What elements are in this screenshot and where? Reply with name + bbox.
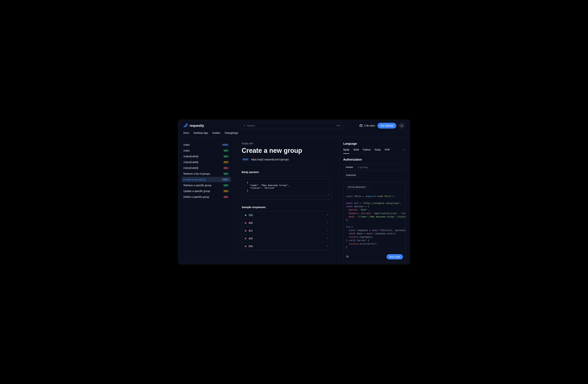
auth-header-label: Header [343, 164, 356, 170]
chevron-right-icon [326, 237, 329, 240]
svg-point-2 [401, 125, 402, 126]
response-row[interactable]: 400 [242, 219, 332, 227]
search-box[interactable]: ⌘ K [240, 122, 343, 129]
nav-docs[interactable]: Docs [183, 132, 189, 134]
get-started-button[interactable]: Get Started [378, 123, 396, 129]
status-dot-icon [245, 238, 246, 239]
chevron-right-icon [326, 229, 329, 232]
response-row[interactable]: 500 [242, 242, 332, 250]
sidebar-item[interactable]: /rules/{ruleId}DEL [182, 165, 231, 171]
response-row[interactable]: 200 [242, 211, 332, 219]
body-params-box [242, 176, 332, 199]
chevron-down-icon [367, 186, 369, 188]
search-shortcut: ⌘ K [336, 124, 341, 127]
sidebar-item-label: Retrieve a specific group [183, 184, 211, 187]
response-code: 405 [249, 237, 253, 240]
svg-point-0 [243, 125, 245, 126]
chevron-right-icon [326, 221, 329, 225]
code-footer: Run Code [343, 251, 405, 262]
body: /rulesPOST/rulesGET/rules/{ruleId}GET/ru… [178, 137, 410, 264]
copy-code-button[interactable] [346, 255, 349, 259]
response-row[interactable]: 405 [242, 235, 332, 242]
svg-line-9 [401, 126, 401, 127]
page-title: Create a new group [242, 147, 332, 154]
right-panel: Language NodeShellPythonRubyPHP Authoriz… [339, 137, 410, 264]
response-code: 500 [249, 245, 253, 248]
code-panel: FETCH REQUEST const fetch = require('nod… [343, 182, 406, 262]
code-body: const fetch = require('node-fetch'); con… [343, 192, 405, 251]
language-tabs: NodeShellPythonRubyPHP [343, 148, 406, 154]
status-dot-icon [245, 230, 246, 231]
sidebar-item[interactable]: Create a new groupPOST [182, 177, 231, 182]
fetch-request-selector[interactable]: FETCH REQUEST [346, 185, 371, 190]
sidebar-item-label: /rules/{ruleId} [183, 167, 198, 169]
method-badge: PUT [223, 161, 229, 164]
nav-desktop-app[interactable]: Desktop App [193, 132, 208, 134]
search-icon [243, 124, 246, 127]
github-icon [359, 124, 363, 127]
app-window: requestly ⌘ K 2.5k stars Get Started [178, 120, 410, 264]
copy-icon [346, 255, 349, 258]
github-stars-label: 2.5k stars [364, 124, 375, 127]
logo-text: requestly [189, 124, 204, 128]
breadcrumb: Public API [242, 142, 332, 145]
method-badge: POST [222, 178, 229, 181]
response-code: 401 [249, 229, 253, 232]
responses-box: 200400401405500 [242, 211, 332, 250]
endpoint: POST https://api2.requestly.io/v1/groups [242, 158, 332, 161]
response-code: 400 [249, 221, 253, 224]
logo-icon [183, 123, 188, 128]
top-nav: Docs Desktop App Guides Changelogs [178, 132, 410, 137]
language-tab[interactable]: Python [363, 148, 371, 154]
sidebar-item-label: /rules [183, 143, 189, 146]
sample-responses-title: Sample responses [242, 206, 332, 209]
nav-guides[interactable]: Guides [212, 132, 220, 134]
code-header: FETCH REQUEST [343, 182, 405, 192]
method-badge: GET [223, 149, 229, 152]
logo[interactable]: requestly [183, 123, 204, 128]
status-dot-icon [245, 222, 246, 224]
search-input[interactable] [247, 124, 335, 127]
sidebar-item[interactable]: /rulesPOST [182, 142, 231, 148]
run-code-button[interactable]: Run Code [386, 254, 403, 259]
svg-line-6 [402, 126, 403, 127]
chevron-down-icon [403, 148, 406, 151]
response-row[interactable]: 401 [242, 227, 332, 235]
language-tab[interactable]: Ruby [375, 148, 381, 154]
theme-toggle-button[interactable] [399, 123, 405, 129]
github-link[interactable]: 2.5k stars [359, 124, 375, 127]
method-badge: GET [223, 155, 229, 158]
sidebar-item[interactable]: Retrieve a specific groupGET [182, 183, 231, 188]
method-badge: DEL [223, 196, 229, 198]
language-tab[interactable]: Shell [353, 148, 359, 154]
method-badge: DEL [223, 167, 229, 169]
status-dot-icon [245, 214, 246, 216]
body-params-textarea[interactable] [244, 179, 329, 196]
authorize-button[interactable]: Authorize [343, 173, 359, 178]
language-tab[interactable]: Node [343, 148, 349, 154]
sidebar-item[interactable]: /rules/{ruleId}PUT [182, 159, 231, 165]
sidebar-item[interactable]: Update a specific groupPUT [182, 188, 231, 194]
header-right: 2.5k stars Get Started [359, 123, 405, 129]
sidebar-item[interactable]: Delete a specific groupDEL [182, 194, 231, 200]
sidebar: /rulesPOST/rulesGET/rules/{ruleId}GET/ru… [178, 137, 234, 264]
language-tab[interactable]: PHP [385, 148, 390, 154]
sidebar-item-label: Retrieve a list of groups [183, 172, 210, 175]
header: requestly ⌘ K 2.5k stars Get Started [178, 120, 410, 132]
sun-icon [400, 124, 403, 127]
sidebar-item[interactable]: /rules/{ruleId}GET [182, 154, 231, 159]
nav-changelogs[interactable]: Changelogs [225, 132, 238, 134]
sidebar-item[interactable]: /rulesGET [182, 148, 231, 153]
svg-line-1 [245, 126, 245, 127]
fetch-request-label: FETCH REQUEST [348, 186, 366, 188]
method-badge: GET [223, 184, 229, 187]
body-params-title: Body params [242, 171, 332, 173]
response-code: 200 [249, 214, 253, 217]
language-more-button[interactable] [403, 148, 406, 154]
auth-key-input[interactable] [356, 164, 405, 170]
status-dot-icon [245, 246, 246, 247]
sidebar-item[interactable]: Retrieve a list of groupsGET [182, 171, 231, 176]
sidebar-item-label: Update a specific group [183, 190, 210, 192]
sidebar-item-label: /rules/{ruleId} [183, 155, 198, 158]
main-content: Public API Create a new group POST https… [234, 137, 339, 264]
